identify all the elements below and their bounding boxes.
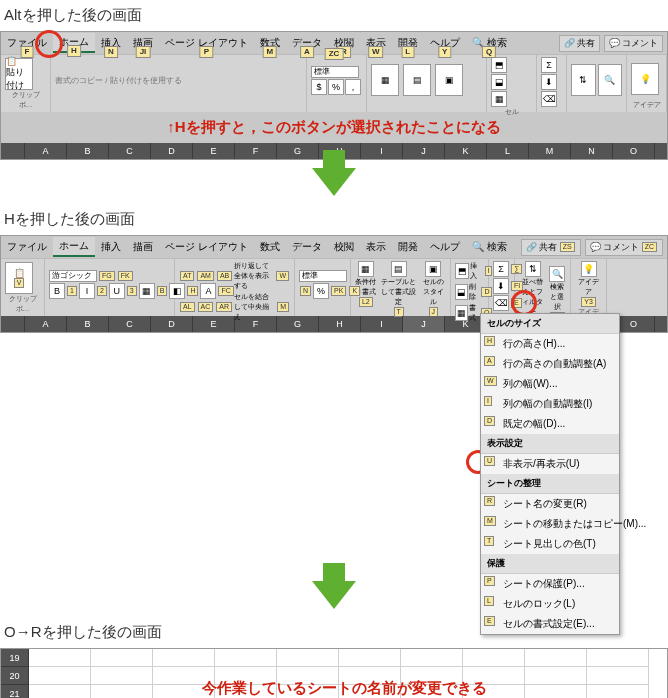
- dd-lock-cell[interactable]: Lセルのロック(L): [481, 594, 619, 614]
- row-header-20[interactable]: 20: [1, 667, 29, 685]
- number-format-field-2[interactable]: 標準: [299, 270, 347, 282]
- cond-format-button[interactable]: ▦: [371, 64, 399, 96]
- col-g[interactable]: G: [277, 143, 319, 159]
- col2-b[interactable]: B: [67, 316, 109, 332]
- dd-row-autofit[interactable]: A行の高さの自動調整(A): [481, 354, 619, 374]
- autosum-icon[interactable]: Σ: [541, 57, 557, 73]
- dd-rename-sheet[interactable]: Rシート名の変更(R): [481, 494, 619, 514]
- cond-format-button-2[interactable]: ▦: [358, 261, 374, 277]
- cell-styles-button-2[interactable]: ▣: [425, 261, 441, 277]
- tab-home-2[interactable]: ホーム: [53, 237, 95, 257]
- table-format-button[interactable]: ▤: [403, 64, 431, 96]
- clear-icon-2[interactable]: ⌫: [493, 295, 509, 311]
- table-format-button-2[interactable]: ▤: [391, 261, 407, 277]
- tab-layout[interactable]: ページ レイアウトP: [159, 34, 254, 52]
- ideas-button-2[interactable]: 💡: [581, 261, 597, 277]
- find-select-button-2[interactable]: 🔍: [549, 266, 565, 282]
- col2-c[interactable]: C: [109, 316, 151, 332]
- col-a[interactable]: A: [25, 143, 67, 159]
- paste-button[interactable]: 📋貼り付け: [5, 58, 33, 90]
- tab-data-2[interactable]: データ: [286, 238, 328, 256]
- italic-button[interactable]: I: [79, 283, 95, 299]
- format-cell-icon[interactable]: ▦: [491, 91, 507, 107]
- wrap-text-button[interactable]: 折り返して全体を表示する: [234, 261, 274, 291]
- dd-row-height[interactable]: H行の高さ(H)...: [481, 334, 619, 354]
- bold-button[interactable]: B: [49, 283, 65, 299]
- tab-search[interactable]: 🔍 検索Q: [466, 34, 513, 52]
- col-o[interactable]: O: [613, 143, 655, 159]
- col-e[interactable]: E: [193, 143, 235, 159]
- tab-formula[interactable]: 数式M: [254, 34, 286, 52]
- underline-button[interactable]: U: [109, 283, 125, 299]
- col-i[interactable]: I: [361, 143, 403, 159]
- dd-move-copy[interactable]: Mシートの移動またはコピー(M)...: [481, 514, 619, 534]
- col-m[interactable]: M: [529, 143, 571, 159]
- tab-file[interactable]: ファイルF: [1, 34, 53, 52]
- dd-col-default[interactable]: D既定の幅(D)...: [481, 414, 619, 434]
- col-f[interactable]: F: [235, 143, 277, 159]
- tab-insert-2[interactable]: 挿入: [95, 238, 127, 256]
- cell-styles-button[interactable]: ▣: [435, 64, 463, 96]
- tab-developer[interactable]: 開発L: [392, 34, 424, 52]
- number-format-field[interactable]: 標準: [311, 66, 359, 78]
- col-j[interactable]: J: [403, 143, 445, 159]
- ideas-button[interactable]: 💡: [631, 63, 659, 95]
- tab-insert[interactable]: 挿入N: [95, 34, 127, 52]
- comma-icon[interactable]: ,: [345, 79, 361, 95]
- comment-button-2[interactable]: 💬 コメントZC: [585, 239, 663, 256]
- tab-view[interactable]: 表示W: [360, 34, 392, 52]
- percent-icon[interactable]: %: [328, 79, 344, 95]
- delete-cell-icon[interactable]: ⬓: [491, 74, 507, 90]
- col2-h[interactable]: H: [319, 316, 361, 332]
- col-k[interactable]: K: [445, 143, 487, 159]
- fill-icon[interactable]: ⬇: [541, 74, 557, 90]
- tab-view-2[interactable]: 表示: [360, 238, 392, 256]
- autosum-icon-2[interactable]: Σ: [493, 261, 509, 277]
- tab-file-2[interactable]: ファイル: [1, 238, 53, 256]
- find-select-button[interactable]: 🔍: [598, 64, 623, 96]
- col-l[interactable]: L: [487, 143, 529, 159]
- dd-tab-color[interactable]: Tシート見出しの色(T): [481, 534, 619, 554]
- format-cell-button-2[interactable]: ▦: [455, 305, 468, 321]
- col-d[interactable]: D: [151, 143, 193, 159]
- col-b[interactable]: B: [67, 143, 109, 159]
- delete-cell-button-2[interactable]: ⬓: [455, 284, 468, 300]
- comment-button[interactable]: 💬 コメントZC: [604, 35, 663, 52]
- clear-icon[interactable]: ⌫: [541, 91, 557, 107]
- dd-protect-sheet[interactable]: Pシートの保護(P)...: [481, 574, 619, 594]
- col-c[interactable]: C: [109, 143, 151, 159]
- paste-button-2[interactable]: 📋V: [5, 262, 33, 294]
- dd-col-autofit[interactable]: I列の幅の自動調整(I): [481, 394, 619, 414]
- percent-icon-2[interactable]: %: [313, 283, 329, 299]
- tab-search-2[interactable]: 🔍 検索: [466, 238, 513, 256]
- col2-i[interactable]: I: [361, 316, 403, 332]
- tab-home[interactable]: ホームH: [53, 33, 95, 53]
- tab-draw-2[interactable]: 描画: [127, 238, 159, 256]
- insert-cell-icon[interactable]: ⬒: [491, 57, 507, 73]
- tab-help-2[interactable]: ヘルプ: [424, 238, 466, 256]
- sort-filter-button[interactable]: ⇅: [571, 64, 596, 96]
- tab-data[interactable]: データA: [286, 34, 328, 52]
- tab-formula-2[interactable]: 数式: [254, 238, 286, 256]
- share-button-2[interactable]: 🔗 共有ZS: [521, 239, 581, 256]
- tab-review-2[interactable]: 校閲: [328, 238, 360, 256]
- dd-col-width[interactable]: W列の幅(W)...: [481, 374, 619, 394]
- dd-cell-format[interactable]: Eセルの書式設定(E)...: [481, 614, 619, 634]
- share-button[interactable]: 🔗 共有ZS: [559, 35, 600, 52]
- row-header-19[interactable]: 19: [1, 649, 29, 667]
- col2-a[interactable]: A: [25, 316, 67, 332]
- sort-filter-button-2[interactable]: ⇅: [525, 261, 541, 277]
- merge-center-button[interactable]: セルを結合して中央揃え: [234, 292, 275, 322]
- tab-developer-2[interactable]: 開発: [392, 238, 424, 256]
- tab-draw[interactable]: 描画JI: [127, 34, 159, 52]
- row-header-21[interactable]: 21: [1, 685, 29, 698]
- col-n[interactable]: N: [571, 143, 613, 159]
- fill-icon-2[interactable]: ⬇: [493, 278, 509, 294]
- dd-hide-unhide[interactable]: U非表示/再表示(U): [481, 454, 619, 474]
- col2-j[interactable]: J: [403, 316, 445, 332]
- tab-layout-2[interactable]: ページ レイアウト: [159, 238, 254, 256]
- tab-help[interactable]: ヘルプY: [424, 34, 466, 52]
- currency-icon[interactable]: $: [311, 79, 327, 95]
- font-field[interactable]: 游ゴシック: [49, 270, 97, 282]
- insert-cell-button-2[interactable]: ⬒: [455, 263, 469, 279]
